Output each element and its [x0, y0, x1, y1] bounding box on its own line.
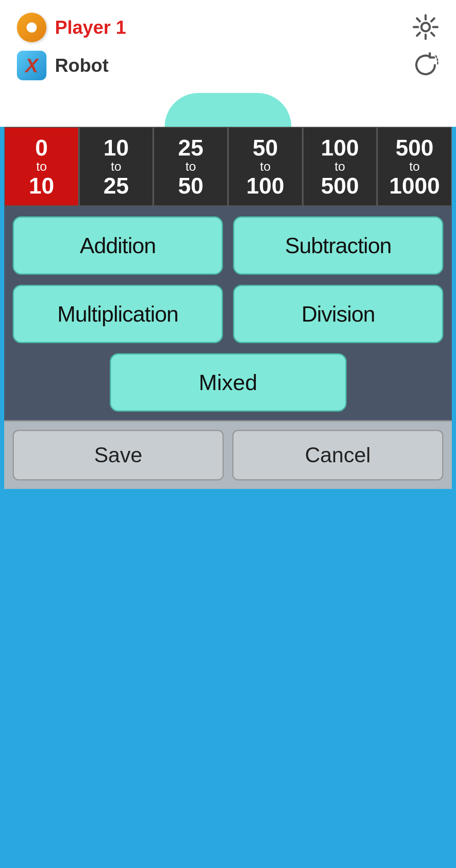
range-mid-0: to: [36, 159, 47, 174]
main-panel-wrapper: 0 to 10 10 to 25 25 to 50 50 to 100 100 …: [4, 127, 452, 489]
player2-avatar: X: [17, 51, 46, 80]
save-button[interactable]: Save: [13, 430, 224, 480]
range-mid-4: to: [335, 159, 345, 174]
range-top-3: 50: [252, 136, 278, 159]
gear-icon: [412, 14, 439, 41]
range-mid-1: to: [111, 159, 121, 174]
top-area: Player 1 X Robot: [0, 0, 456, 93]
range-top-4: 100: [321, 136, 359, 159]
arc-container: [0, 93, 456, 127]
mixed-button[interactable]: Mixed: [110, 353, 347, 412]
settings-button[interactable]: [412, 14, 439, 42]
svg-line-8: [417, 33, 420, 35]
player1-row: Player 1: [17, 13, 439, 42]
player1-name: Player 1: [55, 17, 126, 38]
range-btn-3[interactable]: 50 to 100: [228, 127, 303, 206]
range-bot-4: 500: [321, 174, 359, 197]
range-top-2: 25: [178, 136, 204, 159]
refresh-icon: [412, 52, 439, 79]
range-top-5: 500: [396, 136, 434, 159]
range-btn-0[interactable]: 0 to 10: [4, 127, 79, 206]
range-btn-4[interactable]: 100 to 500: [303, 127, 377, 206]
range-btn-5[interactable]: 500 to 1000: [377, 127, 452, 206]
op-btn-subtraction[interactable]: Subtraction: [233, 216, 443, 275]
range-bot-5: 1000: [389, 174, 440, 197]
svg-line-6: [432, 33, 434, 35]
action-bar: Save Cancel: [4, 420, 452, 489]
range-selector: 0 to 10 10 to 25 25 to 50 50 to 100 100 …: [4, 127, 452, 206]
player1-avatar: [17, 13, 46, 42]
range-bot-2: 50: [178, 174, 204, 197]
op-btn-division[interactable]: Division: [233, 285, 443, 343]
main-panel: 0 to 10 10 to 25 25 to 50 50 to 100 100 …: [4, 127, 452, 489]
range-btn-1[interactable]: 10 to 25: [79, 127, 154, 206]
player1-info: Player 1: [17, 13, 126, 42]
mixed-row: Mixed: [4, 353, 452, 420]
player2-info: X Robot: [17, 51, 109, 80]
range-mid-5: to: [409, 159, 420, 174]
range-btn-2[interactable]: 25 to 50: [153, 127, 228, 206]
svg-point-0: [421, 23, 430, 31]
player2-row: X Robot: [17, 51, 439, 80]
op-btn-multiplication[interactable]: Multiplication: [13, 285, 223, 343]
bottom-area: [4, 489, 452, 806]
range-bot-3: 100: [246, 174, 284, 197]
op-btn-addition[interactable]: Addition: [13, 216, 223, 275]
arc-bump: [165, 93, 291, 127]
range-bot-1: 25: [103, 174, 129, 197]
refresh-button[interactable]: [412, 52, 439, 80]
range-mid-2: to: [185, 159, 196, 174]
player1-avatar-inner: [27, 22, 37, 33]
range-top-1: 10: [103, 136, 129, 159]
player2-name: Robot: [55, 55, 109, 76]
svg-line-5: [417, 18, 420, 21]
operations-grid: AdditionSubtractionMultiplicationDivisio…: [4, 206, 452, 353]
svg-line-7: [432, 18, 434, 21]
range-bot-0: 10: [29, 174, 54, 197]
range-mid-3: to: [260, 159, 271, 174]
cancel-button[interactable]: Cancel: [232, 430, 443, 480]
range-top-0: 0: [35, 136, 48, 159]
